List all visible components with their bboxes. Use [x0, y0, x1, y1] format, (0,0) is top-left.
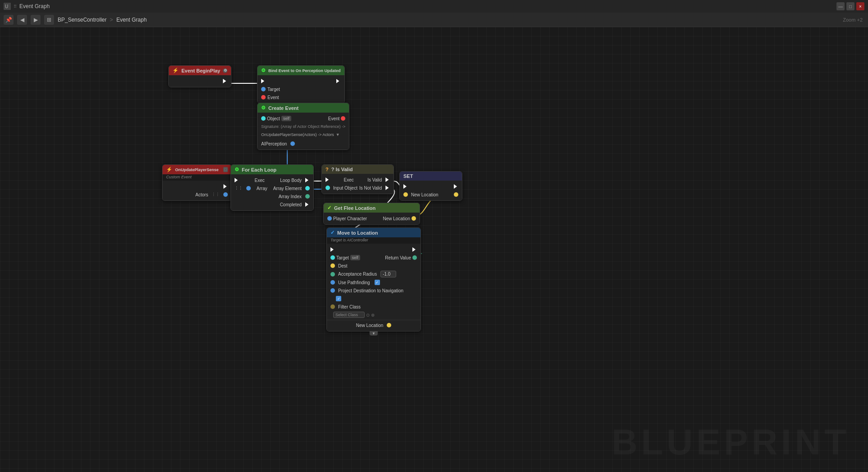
event-begin-play-node[interactable]: ⚡ Event BeginPlay ⚙ [168, 65, 231, 87]
object-value: self [281, 116, 291, 121]
titlebar: U ⠿ Event Graph — □ × [0, 0, 868, 13]
set-exec-in [403, 184, 408, 189]
set-node[interactable]: SET New Location [399, 171, 462, 201]
set-location-row: New Location [400, 191, 462, 199]
dropdown-btn[interactable]: ▼ [336, 132, 340, 137]
project-dest-checkbox[interactable]: ✓ [336, 296, 341, 301]
zoom-label: Zoom +2 [843, 17, 863, 23]
is-valid-exec-in [326, 177, 330, 182]
filter-options-icon: ⊙ ⊕ [366, 313, 375, 318]
pin-button[interactable]: 📌 [4, 15, 14, 25]
back-button[interactable]: ◀ [17, 15, 27, 25]
bind-event-row: Event [258, 93, 344, 101]
blueprint-watermark: BLUEPRINT [611, 422, 850, 463]
for-completed-row: Completed [231, 200, 313, 209]
actors-pin [223, 192, 228, 197]
event-out-pin [341, 116, 345, 121]
move-target-pin [330, 255, 335, 260]
completed-out [305, 202, 310, 207]
is-valid-input-row: Input Object Is Not Valid [322, 184, 393, 192]
for-each-exec-row: Exec Loop Body [231, 176, 313, 184]
is-valid-node[interactable]: ? ? Is Valid Exec Is Valid Input Object … [321, 164, 394, 194]
bind-target-pin [261, 87, 266, 91]
maximize-button[interactable]: □ [846, 2, 854, 10]
ai-perception-row: AIPerception [258, 140, 349, 148]
move-filter-row: Filter Class [327, 303, 420, 311]
actors-grid-icon: ⋮⋮ [212, 192, 220, 197]
move-to-body: Target self Return Value Dest Acceptance… [327, 244, 420, 331]
svg-text:U: U [5, 4, 8, 9]
bind-exec-in [261, 79, 266, 83]
move-project-check-row: ✓ [327, 295, 420, 303]
for-each-header: ⚙ For Each Loop [231, 165, 313, 174]
on-update-player-sense-node[interactable]: ⚡ OnUpdatePlayerSense □ Custom Event Act… [162, 164, 232, 201]
on-update-actors-row: Actors ⋮⋮ [163, 191, 231, 199]
dest-pin [330, 263, 335, 268]
titlebar-title: Event Graph [19, 3, 836, 9]
for-array-row: ⋮⋮ Array Array Element [231, 184, 313, 192]
bind-event-header: ⚙ Bind Event to On Perception Updated [258, 66, 344, 75]
for-each-body: Exec Loop Body ⋮⋮ Array Array Element Ar… [231, 174, 313, 210]
for-exec-in [235, 178, 239, 182]
on-update-body: Actors ⋮⋮ [163, 181, 231, 200]
acceptance-radius-input[interactable] [380, 271, 396, 277]
connections-overlay [0, 27, 868, 472]
move-new-location-row: New Location [327, 321, 420, 329]
on-update-row: OnUpdatePlayerSense(Actors) -> Actors ▼ [258, 131, 349, 139]
blueprint-canvas[interactable]: ⚡ Event BeginPlay ⚙ ⚙ Bind Event to On P… [0, 27, 868, 472]
pathfinding-pin [330, 280, 335, 285]
player-char-pin [327, 216, 332, 221]
create-event-header: ⚙ Create Event [258, 103, 349, 113]
target-value: self [350, 255, 360, 260]
close-button[interactable]: × [856, 2, 864, 10]
for-each-loop-node[interactable]: ⚙ For Each Loop Exec Loop Body ⋮⋮ Array … [231, 164, 314, 211]
app-icon: U [4, 3, 11, 10]
is-valid-body: Exec Is Valid Input Object Is Not Valid [322, 174, 393, 194]
move-to-location-node[interactable]: ✓ Move to Location Target is AIControlle… [326, 227, 421, 331]
minimize-button[interactable]: — [836, 2, 845, 10]
grid-button[interactable]: ⊞ [44, 15, 54, 25]
is-valid-header: ? ? Is Valid [322, 165, 393, 174]
set-header: SET [400, 172, 462, 181]
breadcrumb: BP_SenseController > Event Graph [58, 17, 147, 23]
on-update-exec-row [163, 182, 231, 191]
on-update-exec-out [223, 184, 228, 189]
create-event-body: Object self Event Signature: (Array of A… [258, 113, 349, 150]
sig-row: Signature: (Array of Actor Object Refere… [258, 123, 349, 131]
move-dest-row: Dest [327, 262, 420, 270]
move-pathfinding-row: Use Pathfinding ✓ [327, 278, 420, 286]
toolbar: 📌 ◀ ▶ ⊞ BP_SenseController > Event Graph… [0, 13, 868, 27]
bind-event-pin [261, 95, 266, 100]
create-event-node[interactable]: ⚙ Create Event Object self Event Signatu… [257, 103, 349, 150]
get-flee-location-node[interactable]: ✓ Get Flee Location Player Character New… [323, 203, 420, 225]
get-flee-header: ✓ Get Flee Location [324, 203, 420, 213]
exec-out-pin-row [169, 77, 231, 85]
window-grip-icon: ⠿ [14, 4, 17, 9]
bind-exec-out [336, 79, 341, 83]
move-new-location-pin [387, 323, 391, 327]
set-exec-row [400, 182, 462, 191]
forward-button[interactable]: ▶ [31, 15, 41, 25]
is-valid-out [385, 177, 390, 182]
loop-body-out [305, 178, 310, 182]
move-to-exec-row [327, 245, 420, 254]
event-begin-play-header: ⚡ Event BeginPlay ⚙ [169, 66, 231, 75]
expand-btn[interactable]: ▼ [370, 331, 378, 336]
move-filter-select-row: Select Class ⊙ ⊕ [327, 311, 420, 319]
is-valid-exec-row: Exec Is Valid [322, 176, 393, 184]
return-value-pin [412, 255, 417, 260]
node-options-icon[interactable]: ⚙ [223, 68, 227, 73]
exec-out-pin [223, 79, 227, 83]
move-target-row: Target self Return Value [327, 254, 420, 262]
move-exec-in [330, 247, 335, 252]
bind-event-node[interactable]: ⚙ Bind Event to On Perception Updated Ta… [257, 65, 345, 104]
array-index-out [305, 194, 310, 199]
get-flee-pins-row: Player Character New Location [324, 214, 420, 222]
new-location-pin-out [454, 192, 458, 197]
project-pin [330, 288, 335, 293]
bind-event-body: Target Event [258, 75, 344, 103]
filter-class-select[interactable]: Select Class [333, 312, 365, 318]
pathfinding-checkbox[interactable]: ✓ [375, 280, 380, 285]
is-not-valid-out [385, 186, 390, 190]
move-to-header: ✓ Move to Location [327, 228, 420, 237]
